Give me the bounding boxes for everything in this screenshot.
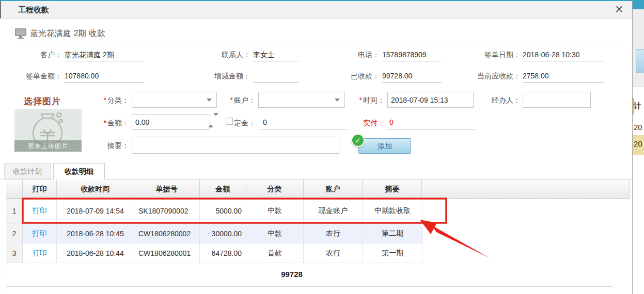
amount-input[interactable] [132, 114, 210, 130]
summary-label: 摘要： [96, 140, 129, 151]
category-select[interactable] [132, 92, 217, 108]
background-text-fragment: 20 [634, 123, 642, 132]
required-mark: * [104, 96, 106, 104]
time-input[interactable] [387, 92, 474, 108]
add-button[interactable]: 添加 [358, 138, 411, 154]
adjust-amount-label: 增减金额： [170, 71, 250, 81]
account-select[interactable] [258, 92, 345, 108]
cell-doc: CW1806280001 [134, 243, 200, 263]
account-label: *账户： [222, 95, 256, 105]
spinner-arrows-icon[interactable] [208, 116, 214, 124]
tab-payment-detail[interactable]: 收款明细 [53, 163, 105, 179]
print-link[interactable]: 打印 [33, 249, 47, 258]
paid-value: 0 [387, 117, 476, 129]
cell-doc: CW1806280002 [134, 224, 200, 243]
paid-label: 实付： [359, 118, 385, 128]
cell-time: 2018-07-09 14:54 [57, 199, 134, 223]
table-row[interactable]: 3 打印 2018-06-28 10:44 CW1806280001 64728… [6, 243, 423, 263]
summary-input[interactable] [132, 137, 339, 154]
header-doc: 单据号 [134, 179, 200, 198]
table-row[interactable]: 1 打印 2018-07-09 14:54 SK1807090002 5000.… [6, 199, 423, 224]
required-mark: * [230, 96, 233, 104]
print-link[interactable]: 打印 [33, 206, 47, 216]
print-cell[interactable]: 打印 [23, 199, 57, 223]
close-icon[interactable]: × [611, 1, 627, 18]
cell-category: 中款 [246, 199, 304, 223]
payment-dialog: 工程收款 × 蓝光花满庭 2期 收款 客户： 蓝光花满庭 2期 联系人： 李女士… [0, 1, 633, 294]
due-value: 2758.00 [523, 71, 604, 83]
check-badge-icon: ✓ [351, 134, 365, 147]
print-link[interactable]: 打印 [33, 229, 47, 238]
chevron-down-icon [335, 99, 340, 102]
background-window-toolbar [633, 9, 644, 87]
total-amount: 99728 [250, 270, 333, 279]
time-label: *时间： [354, 95, 385, 105]
phone-value: 15789878909 [382, 50, 442, 61]
required-mark: * [104, 119, 106, 127]
table-row[interactable]: 2 打印 2018-06-28 10:45 CW1806280002 30000… [6, 224, 423, 243]
background-text-fragment: 20 [634, 139, 642, 148]
operator-label: 经办人： [480, 95, 521, 105]
received-value: 99728.00 [382, 71, 442, 83]
header-rownum [6, 179, 23, 198]
header-time: 收款时间 [57, 179, 134, 198]
project-title: 蓝光花满庭 2期 收款 [30, 28, 105, 39]
customer-value: 蓝光花满庭 2期 [65, 50, 144, 61]
header-print: 打印 [23, 179, 57, 198]
header-filler [422, 179, 630, 198]
adjust-amount-value [253, 71, 299, 83]
divider [7, 263, 7, 294]
chevron-down-icon [207, 99, 212, 102]
row-number: 1 [6, 199, 23, 223]
due-label: 当前应收款： [464, 71, 521, 81]
cell-summary: 第一期 [363, 243, 422, 263]
row-number: 3 [6, 243, 23, 263]
monitor-icon [14, 28, 27, 41]
deposit-label: 定金： [234, 118, 260, 128]
cell-account: 农行 [304, 243, 363, 263]
deposit-value: 0 [261, 117, 347, 129]
print-cell[interactable]: 打印 [23, 224, 57, 243]
background-window-header [633, 0, 644, 9]
cell-amount: 30000.00 [200, 224, 246, 243]
no-image-label: 暂未上传图片 [14, 140, 82, 152]
header-summary: 摘要 [363, 179, 422, 198]
deposit-checkbox[interactable] [226, 118, 233, 125]
cell-account: 农行 [304, 224, 363, 243]
sign-amount-value: 107880.00 [65, 71, 144, 83]
cell-summary: 中期款收取 [363, 199, 422, 223]
dialog-title: 工程收款 [18, 5, 49, 15]
cell-amount: 64728.00 [200, 243, 246, 263]
header-amount: 金额 [200, 179, 246, 198]
table-footer: 99728 [6, 263, 612, 287]
print-cell[interactable]: 打印 [23, 243, 57, 263]
background-text-fragment: 计 [634, 101, 641, 111]
header-category: 分类 [246, 179, 304, 198]
customer-label: 客户： [15, 50, 62, 60]
required-mark: * [359, 96, 362, 104]
cell-account: 现金账户 [304, 199, 363, 223]
amount-stepper[interactable] [132, 114, 217, 130]
screen: 计 20 20 工程收款 × 蓝光花满庭 2期 收款 客户： 蓝光花满庭 2期 … [0, 0, 644, 294]
cell-time: 2018-06-28 10:44 [57, 243, 134, 263]
image-placeholder[interactable]: 暂未上传图片 [14, 109, 82, 152]
cell-amount: 5000.00 [200, 199, 246, 223]
contact-value: 李女士 [253, 50, 299, 61]
cell-summary: 第二期 [363, 224, 422, 243]
tab-payment-plan[interactable]: 收款计划 [4, 163, 51, 179]
sign-date-value: 2018-06-28 10:30 [523, 50, 604, 61]
header-account: 账户 [304, 179, 363, 198]
choose-image-button[interactable]: 选择图片 [24, 95, 75, 107]
received-label: 已收款： [331, 71, 380, 81]
cell-category: 中款 [246, 224, 304, 243]
tab-bar: 收款计划 收款明细 [0, 163, 632, 179]
cell-time: 2018-06-28 10:45 [57, 224, 134, 243]
cell-doc: SK1807090002 [134, 199, 200, 223]
sign-amount-label: 签单金额： [5, 71, 62, 81]
dialog-titlebar: 工程收款 × [0, 1, 632, 19]
table-header-row: 打印 收款时间 单据号 金额 分类 账户 摘要 [6, 179, 630, 199]
cell-category: 首款 [246, 243, 304, 263]
payment-table: 打印 收款时间 单据号 金额 分类 账户 摘要 1 打印 2018-07-09 … [6, 179, 630, 263]
operator-input[interactable] [523, 92, 591, 108]
phone-label: 电话： [331, 50, 380, 60]
